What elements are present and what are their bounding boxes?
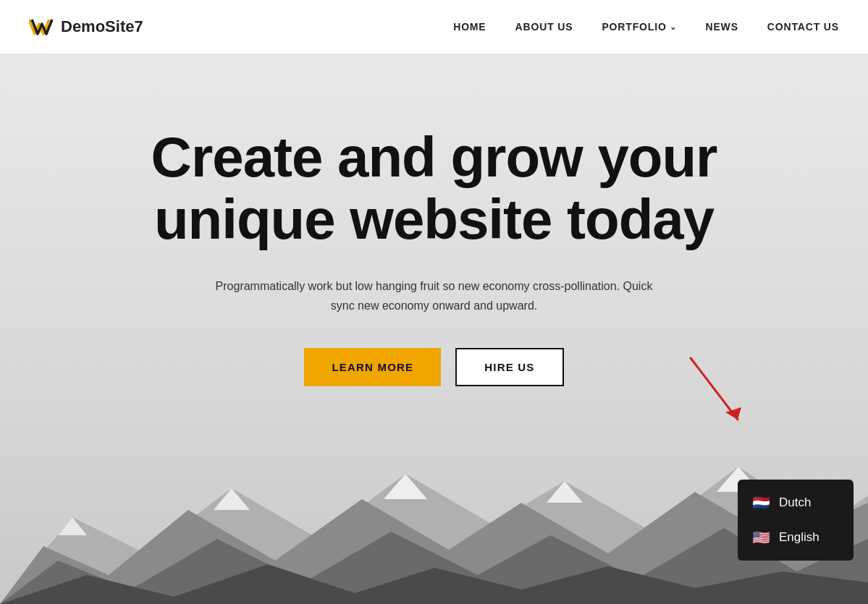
nav-home[interactable]: HOME (453, 21, 486, 33)
hero-section: Create and grow your unique website toda… (0, 54, 868, 604)
svg-marker-10 (725, 407, 741, 420)
nav-contact[interactable]: CONTACT US (767, 21, 839, 33)
hero-buttons: LEARN MORE HIRE US (151, 348, 717, 386)
logo-text: DemoSite7 (61, 17, 143, 36)
nav-news[interactable]: NEWS (705, 21, 738, 33)
hero-title: Create and grow your unique website toda… (151, 127, 717, 251)
logo[interactable]: DemoSite7 (29, 17, 143, 37)
hero-content: Create and grow your unique website toda… (122, 54, 746, 386)
annotation-arrow (683, 351, 749, 438)
portfolio-chevron-icon: ⌄ (670, 22, 677, 32)
hero-subtitle: Programmatically work but low hanging fr… (209, 276, 658, 315)
nav-portfolio[interactable]: PORTFOLIO ⌄ (602, 21, 676, 33)
hire-us-button[interactable]: HIRE US (455, 348, 563, 386)
english-label: English (779, 530, 819, 545)
english-flag-icon: 🇺🇸 (752, 530, 770, 545)
language-dropdown: 🇳🇱 Dutch 🇺🇸 English (738, 480, 854, 561)
main-nav: HOME ABOUT US PORTFOLIO ⌄ NEWS CONTACT U… (453, 21, 839, 33)
dutch-label: Dutch (779, 495, 811, 510)
nav-about[interactable]: ABOUT US (515, 21, 573, 33)
logo-icon (29, 17, 54, 37)
site-header: DemoSite7 HOME ABOUT US PORTFOLIO ⌄ NEWS… (0, 0, 868, 54)
learn-more-button[interactable]: LEARN MORE (304, 348, 441, 386)
dutch-flag-icon: 🇳🇱 (752, 495, 770, 510)
svg-line-9 (691, 358, 738, 420)
language-dutch-item[interactable]: 🇳🇱 Dutch (738, 485, 854, 520)
language-english-item[interactable]: 🇺🇸 English (738, 520, 854, 555)
